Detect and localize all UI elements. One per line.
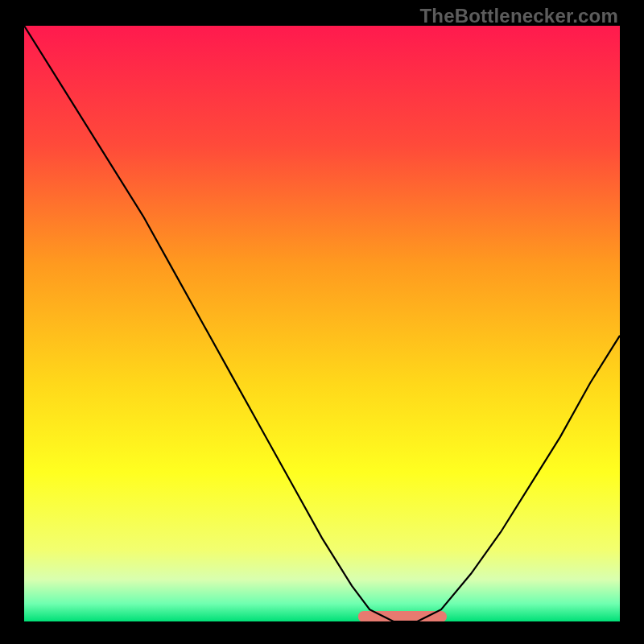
chart-frame: TheBottlenecker.com: [0, 0, 644, 644]
plot-area: [24, 26, 620, 621]
watermark-text: TheBottlenecker.com: [419, 5, 618, 27]
bottleneck-curve: [24, 26, 620, 621]
curve-layer: [24, 26, 620, 621]
